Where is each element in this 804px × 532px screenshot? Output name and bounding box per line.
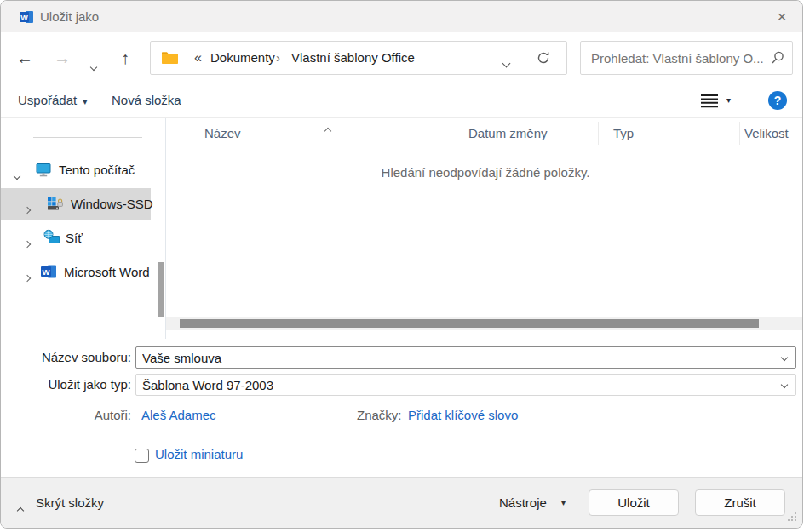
- forward-icon[interactable]: →: [49, 32, 75, 83]
- column-separator[interactable]: [739, 122, 740, 145]
- folder-tree-sidebar: Tento počítač Windows-SSD: [1, 118, 165, 339]
- refresh-icon[interactable]: [536, 50, 551, 66]
- sidebar-divider: [33, 137, 142, 138]
- up-icon[interactable]: ↑: [112, 32, 138, 83]
- address-bar[interactable]: « Dokumenty › Vlastní šablony Office: [150, 41, 567, 75]
- chevron-down-icon: [90, 64, 97, 71]
- footer-bar: Skrýt složky Nástroje ▾ Uložit Zrušit: [1, 477, 802, 528]
- navigation-bar: ← → ↑ « Dokumenty › Vlastní šablony Offi…: [1, 32, 802, 83]
- search-box: [580, 41, 793, 75]
- caret-down-icon: ▾: [83, 97, 87, 106]
- command-bar: Uspořádat▾ Nová složka ▾ ?: [1, 83, 802, 118]
- chevron-down-icon[interactable]: [14, 167, 20, 182]
- breadcrumb-custom-office-templates[interactable]: Vlastní šablony Office: [291, 42, 415, 74]
- network-icon: [43, 229, 60, 246]
- organize-menu[interactable]: Uspořádat▾: [18, 83, 87, 117]
- tools-menu[interactable]: Nástroje: [499, 478, 547, 529]
- save-button[interactable]: Uložit: [589, 489, 679, 516]
- sidebar-item-label: Tento počítač: [59, 154, 135, 186]
- column-separator[interactable]: [598, 122, 599, 145]
- folder-icon: [161, 51, 178, 65]
- sidebar-vertical-scrollbar[interactable]: [158, 262, 164, 317]
- help-icon[interactable]: ?: [768, 91, 787, 110]
- add-tag-link[interactable]: Přidat klíčové slovo: [408, 408, 518, 422]
- svg-text:W: W: [20, 14, 28, 22]
- sidebar-item-windows-ssd[interactable]: Windows-SSD: [1, 188, 151, 220]
- chevron-right-icon[interactable]: [25, 201, 30, 216]
- windows-ssd-drive-icon: [47, 195, 64, 212]
- breadcrumb-documents[interactable]: Dokumenty: [210, 42, 275, 74]
- authors-label: Autoři:: [1, 408, 131, 422]
- chevron-right-icon[interactable]: [25, 235, 30, 250]
- save-as-dialog-screen: W Uložit jako × ← → ↑ « Dokumenty › Vlas…: [0, 0, 804, 532]
- new-folder-button[interactable]: Nová složka: [112, 83, 181, 117]
- word-app-icon: W: [19, 9, 34, 25]
- address-dropdown-icon[interactable]: [503, 54, 509, 70]
- file-list-pane: Název Datum změny Typ Velikost Hledání n…: [165, 118, 803, 339]
- filetype-select[interactable]: [135, 374, 796, 396]
- microsoft-word-icon: W: [40, 263, 57, 280]
- column-header-name[interactable]: Název: [204, 118, 241, 148]
- views-dropdown-icon[interactable]: ▾: [726, 83, 731, 117]
- horizontal-scrollbar-track[interactable]: [166, 317, 803, 330]
- content-area: Tento počítač Windows-SSD: [1, 118, 802, 339]
- chevron-down-icon: [502, 60, 511, 68]
- tags-label: Značky:: [357, 408, 402, 422]
- column-separator[interactable]: [462, 122, 462, 145]
- authors-link[interactable]: Aleš Adamec: [141, 408, 216, 422]
- search-input[interactable]: [581, 42, 792, 74]
- breadcrumb-separator-icon: ›: [276, 42, 280, 74]
- sidebar-item-label: Microsoft Word: [64, 256, 150, 288]
- horizontal-scrollbar-thumb[interactable]: [180, 319, 759, 328]
- this-pc-icon: [35, 161, 52, 178]
- filename-label: Název souboru:: [1, 346, 131, 369]
- svg-text:W: W: [43, 267, 50, 277]
- save-thumbnail-checkbox[interactable]: [135, 449, 149, 463]
- caret-down-icon[interactable]: ▾: [561, 478, 566, 529]
- column-header-size[interactable]: Velikost: [744, 118, 789, 148]
- sidebar-item-this-pc[interactable]: Tento počítač: [1, 154, 151, 186]
- column-header-date-modified[interactable]: Datum změny: [468, 118, 548, 148]
- resize-grip[interactable]: [786, 511, 798, 523]
- search-icon[interactable]: [770, 50, 785, 66]
- breadcrumb-overflow-icon[interactable]: «: [194, 42, 202, 74]
- empty-results-message: Hledání neodpovídají žádné položky.: [166, 165, 803, 180]
- recent-locations-icon[interactable]: [91, 58, 96, 73]
- chevron-up-icon: [18, 501, 23, 517]
- back-icon[interactable]: ←: [12, 32, 37, 83]
- column-header-type[interactable]: Typ: [613, 118, 634, 148]
- sidebar-item-label: Windows-SSD: [71, 188, 153, 220]
- hide-folders-button[interactable]: Skrýt složky: [36, 478, 104, 529]
- sort-ascending-icon: [325, 122, 330, 137]
- save-as-dialog-window: W Uložit jako × ← → ↑ « Dokumenty › Vlas…: [0, 0, 803, 529]
- save-thumbnail-label[interactable]: Uložit miniaturu: [155, 447, 243, 461]
- filename-input[interactable]: [136, 347, 795, 368]
- filetype-value[interactable]: [136, 375, 795, 395]
- chevron-right-icon[interactable]: [25, 269, 30, 284]
- organize-label: Uspořádat: [18, 93, 77, 107]
- filename-combobox: [135, 346, 796, 369]
- sidebar-item-microsoft-word[interactable]: W Microsoft Word: [1, 256, 151, 288]
- sidebar-item-network[interactable]: Síť: [1, 222, 151, 254]
- window-title: Uložit jako: [40, 1, 99, 32]
- cancel-button[interactable]: Zrušit: [695, 489, 785, 516]
- list-view-icon[interactable]: [700, 94, 719, 108]
- filetype-label: Uložit jako typ:: [1, 374, 131, 396]
- sidebar-item-label: Síť: [66, 222, 83, 254]
- close-icon[interactable]: ×: [768, 4, 795, 30]
- title-bar: W Uložit jako ×: [1, 1, 802, 32]
